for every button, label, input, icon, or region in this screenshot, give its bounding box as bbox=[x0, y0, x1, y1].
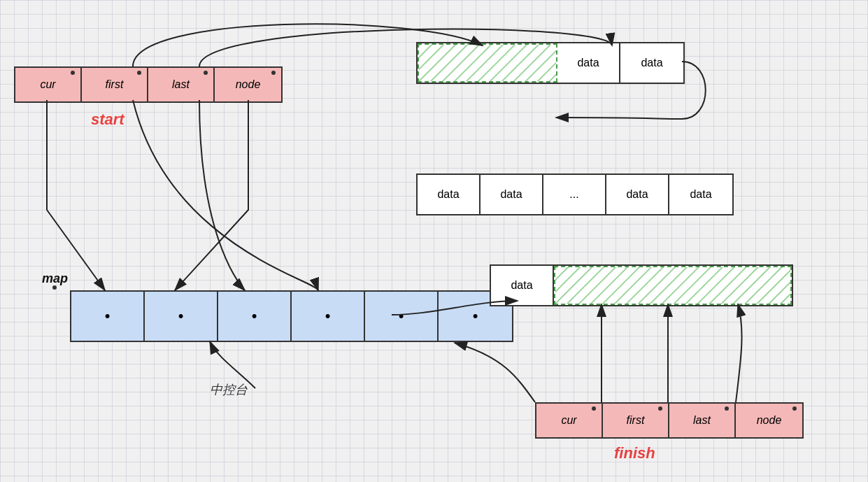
dot bbox=[137, 71, 141, 75]
finish-cell-cur: cur bbox=[536, 404, 603, 437]
map-label: map bbox=[42, 271, 68, 286]
dot bbox=[204, 71, 208, 75]
dot bbox=[271, 71, 276, 75]
start-cell-first: first bbox=[82, 68, 148, 101]
dot bbox=[71, 71, 75, 75]
zhongkong-label: 中控台 bbox=[210, 381, 248, 398]
node-bot-data: data bbox=[491, 266, 554, 305]
map-cell-2: • bbox=[218, 292, 292, 341]
node-mid-data-3: data bbox=[606, 175, 669, 214]
start-cell-cur: cur bbox=[15, 68, 82, 101]
dot bbox=[792, 406, 797, 411]
finish-label: finish bbox=[614, 444, 655, 462]
node-bot-struct: data bbox=[490, 264, 793, 306]
node-top-data-2: data bbox=[620, 43, 683, 83]
map-cell-0: • bbox=[71, 292, 145, 341]
node-mid-data-1: data bbox=[418, 175, 481, 214]
start-struct: cur first last node bbox=[14, 66, 283, 103]
dot bbox=[725, 406, 729, 411]
node-mid-data-2: data bbox=[481, 175, 543, 214]
finish-cell-first: first bbox=[603, 404, 669, 437]
start-label: start bbox=[91, 111, 124, 129]
node-top-struct: data data bbox=[416, 42, 685, 84]
node-bot-hatch bbox=[554, 266, 792, 305]
start-cell-last: last bbox=[148, 68, 215, 101]
finish-cell-node: node bbox=[736, 404, 802, 437]
node-top-hatch bbox=[418, 43, 557, 83]
finish-struct: cur first last node bbox=[535, 402, 804, 439]
map-pointer-dot bbox=[52, 285, 57, 290]
node-mid-struct: data data ... data data bbox=[416, 173, 734, 215]
finish-cell-last: last bbox=[669, 404, 736, 437]
node-top-data-1: data bbox=[557, 43, 620, 83]
svg-rect-3 bbox=[555, 267, 790, 304]
dot bbox=[592, 406, 596, 411]
svg-rect-1 bbox=[419, 45, 556, 81]
node-mid-ellipsis: ... bbox=[543, 175, 606, 214]
map-array: • • • • • • bbox=[70, 290, 513, 342]
map-cell-1: • bbox=[145, 292, 218, 341]
map-cell-3: • bbox=[292, 292, 365, 341]
map-cell-4: • bbox=[365, 292, 439, 341]
node-mid-data-4: data bbox=[669, 175, 732, 214]
start-cell-node: node bbox=[215, 68, 281, 101]
dot bbox=[658, 406, 662, 411]
